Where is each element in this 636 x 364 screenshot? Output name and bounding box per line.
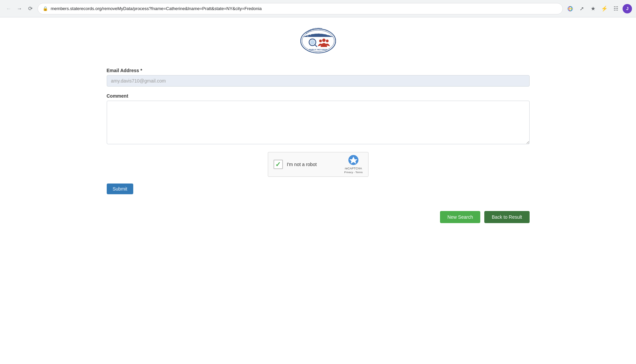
required-star: *: [140, 68, 142, 73]
recaptcha-checkmark: ✓: [275, 160, 281, 168]
nav-buttons: ← → ⟳: [4, 4, 35, 13]
recaptcha-logo: [348, 155, 359, 165]
submit-button[interactable]: Submit: [107, 184, 134, 194]
form-section: Email Address * Comment ✓ I'm not a robo…: [107, 68, 530, 223]
browser-actions: ➚ ★ ⚡ ☷ J: [566, 4, 632, 13]
recaptcha-right: reCAPTCHA Privacy - Terms: [344, 155, 363, 174]
svg-point-13: [322, 39, 326, 42]
browser-chrome: ← → ⟳ 🔒 ➚ ★ ⚡ ☷ J: [0, 0, 636, 17]
profile-button[interactable]: J: [623, 4, 632, 13]
page-content: ★ ★ ★ ★ ★ ★ ★ PUBLIC RECORDS: [77, 17, 560, 243]
email-label: Email Address *: [107, 68, 530, 73]
email-input[interactable]: [107, 75, 530, 87]
bottom-actions: New Search Back to Result: [107, 211, 530, 223]
forward-button[interactable]: →: [15, 4, 24, 13]
svg-text:PUBLIC RECORDS: PUBLIC RECORDS: [309, 49, 327, 51]
recaptcha-widget[interactable]: ✓ I'm not a robot reCAPTCHA Privacy - Te…: [268, 152, 369, 177]
back-to-result-button[interactable]: Back to Result: [484, 211, 529, 223]
recaptcha-container: ✓ I'm not a robot reCAPTCHA Privacy - Te…: [107, 152, 530, 177]
share-icon[interactable]: ➚: [577, 4, 586, 13]
site-logo: ★ ★ ★ ★ ★ ★ ★ PUBLIC RECORDS: [300, 28, 337, 54]
comment-group: Comment: [107, 93, 530, 145]
address-bar[interactable]: [51, 6, 558, 11]
back-button[interactable]: ←: [4, 4, 13, 13]
svg-point-14: [319, 40, 322, 42]
recaptcha-links: Privacy - Terms: [344, 171, 363, 174]
menu-icon[interactable]: ☷: [611, 4, 621, 13]
extensions-icon[interactable]: ⚡: [600, 4, 609, 13]
svg-point-15: [326, 40, 329, 42]
lock-icon: 🔒: [43, 6, 48, 11]
bookmark-icon[interactable]: ★: [588, 4, 598, 13]
recaptcha-checkbox[interactable]: ✓: [274, 160, 283, 169]
svg-point-11: [310, 40, 315, 45]
reload-button[interactable]: ⟳: [26, 4, 35, 13]
google-icon[interactable]: [566, 4, 575, 13]
email-group: Email Address *: [107, 68, 530, 87]
recaptcha-label: I'm not a robot: [287, 162, 340, 167]
recaptcha-brand-text: reCAPTCHA Privacy - Terms: [344, 167, 363, 174]
address-bar-container: 🔒: [38, 3, 563, 14]
comment-label: Comment: [107, 93, 530, 99]
logo-container: ★ ★ ★ ★ ★ ★ ★ PUBLIC RECORDS: [107, 28, 530, 54]
comment-input[interactable]: [107, 101, 530, 144]
new-search-button[interactable]: New Search: [440, 211, 480, 223]
